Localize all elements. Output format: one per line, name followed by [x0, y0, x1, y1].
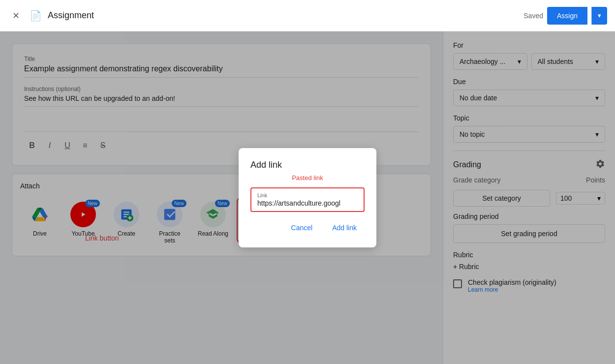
link-field-label: Link: [257, 192, 358, 198]
doc-icon: 📄: [30, 10, 42, 22]
saved-status: Saved: [523, 12, 543, 20]
chevron-down-icon: ▾: [598, 12, 601, 19]
modal-actions: Cancel Add link: [250, 220, 365, 236]
assign-dropdown-button[interactable]: ▾: [591, 7, 607, 25]
link-field-value[interactable]: https://artsandculture.googl: [257, 199, 358, 207]
cancel-button[interactable]: Cancel: [283, 220, 321, 236]
page-title: Assignment: [48, 10, 94, 21]
modal-overlay: Add link Pasted link Link https://artsan…: [0, 31, 615, 364]
pasted-link-label: Pasted link: [250, 174, 365, 182]
add-link-button[interactable]: Add link: [324, 220, 365, 236]
header-right: Saved Assign ▾: [523, 7, 607, 25]
link-input-wrapper[interactable]: Link https://artsandculture.googl: [250, 187, 365, 212]
header-left: ✕ 📄 Assignment: [8, 8, 518, 24]
modal-title: Add link: [250, 160, 365, 170]
add-link-modal: Add link Pasted link Link https://artsan…: [239, 148, 376, 247]
header: ✕ 📄 Assignment Saved Assign ▾: [0, 0, 615, 31]
assign-button[interactable]: Assign: [547, 7, 587, 25]
close-button[interactable]: ✕: [8, 8, 24, 24]
